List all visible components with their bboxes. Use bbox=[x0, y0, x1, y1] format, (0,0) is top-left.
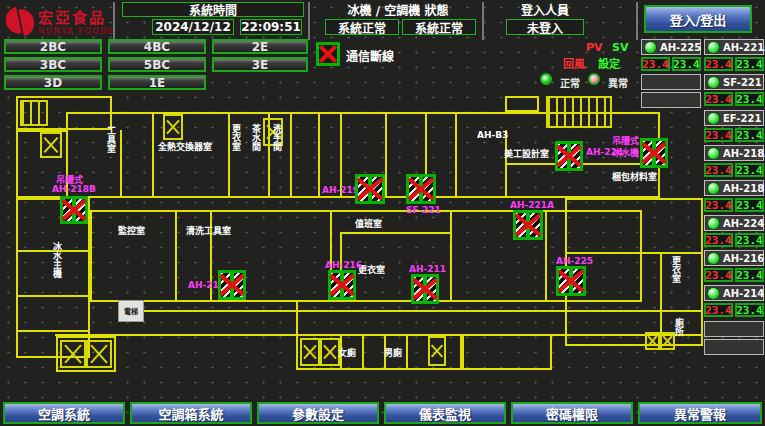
ahu-offline-icon[interactable] bbox=[218, 270, 246, 300]
header-divider bbox=[482, 2, 484, 40]
equip-sv-value: 23.4 bbox=[735, 163, 764, 177]
equip-name: AH-224 bbox=[723, 218, 764, 229]
logo: 宏亞食品 HUNYA FOODS bbox=[6, 5, 116, 37]
floor-button-3d[interactable]: 3D bbox=[4, 75, 102, 90]
nav-button-alarm[interactable]: 異常警報 bbox=[638, 402, 762, 424]
ahu-offline-icon[interactable] bbox=[328, 270, 356, 300]
login-logout-button[interactable]: 登入/登出 bbox=[644, 5, 752, 33]
floor-button-3bc[interactable]: 3BC bbox=[4, 57, 102, 72]
ahu-offline-icon[interactable] bbox=[556, 266, 586, 296]
equip-sv-value: 23.4 bbox=[735, 233, 764, 247]
room-label: 茶水間 bbox=[251, 124, 261, 164]
equip-name: AH-225 bbox=[660, 42, 701, 53]
status-led-icon bbox=[707, 76, 720, 89]
comm-loss-label: 通信斷線 bbox=[346, 47, 394, 64]
logo-subtitle: HUNYA FOODS bbox=[38, 27, 114, 36]
room-label: 更衣室 bbox=[358, 263, 385, 276]
equip-row-ah-216[interactable]: AH-216 bbox=[704, 250, 764, 266]
plan-wall bbox=[505, 96, 539, 112]
plan-wall bbox=[455, 112, 457, 198]
equip-row-ah-218a[interactable]: AH-218A bbox=[704, 145, 764, 161]
room-label: 洗手間 bbox=[272, 124, 282, 164]
chiller-status-value: 系統正常 bbox=[325, 19, 399, 35]
nav-button-ac-system[interactable]: 空調系統 bbox=[3, 402, 125, 424]
status-led-icon bbox=[707, 217, 720, 230]
equip-sv-value: 23.4 bbox=[735, 92, 764, 106]
chiller-ahu-status-label: 冰機 / 空調機 狀態 bbox=[318, 2, 478, 17]
equip-row-ah-224[interactable]: AH-224 bbox=[704, 215, 764, 231]
equip-row-ah-221a[interactable]: AH-221A bbox=[704, 39, 764, 55]
ahu-offline-icon[interactable] bbox=[406, 174, 436, 204]
equip-label: SF-221 bbox=[406, 205, 441, 215]
stairs-icon bbox=[546, 96, 612, 128]
abnormal-led-icon bbox=[588, 73, 600, 85]
plan-wall bbox=[290, 112, 292, 198]
floor-button-4bc[interactable]: 4BC bbox=[108, 39, 206, 54]
normal-led-icon bbox=[540, 73, 552, 85]
nav-button-password-auth[interactable]: 密碼權限 bbox=[511, 402, 633, 424]
equip-pv-value: 23.4 bbox=[704, 163, 733, 177]
ahu-offline-icon[interactable] bbox=[60, 196, 88, 224]
header-divider bbox=[636, 2, 638, 40]
floor-button-1e[interactable]: 1E bbox=[108, 75, 206, 90]
equip-row-ef-221[interactable]: EF-221 bbox=[704, 110, 764, 126]
system-date-value: 2024/12/12 bbox=[152, 19, 234, 35]
room-label: 美工設計室 bbox=[504, 147, 549, 160]
room-label: 更衣室 bbox=[231, 124, 241, 164]
plan-wall bbox=[16, 295, 90, 297]
plan-wall bbox=[385, 112, 387, 198]
login-status-value: 未登入 bbox=[506, 19, 584, 35]
equip-name: SF-221 bbox=[723, 77, 762, 88]
header-divider bbox=[308, 2, 310, 40]
status-led-icon bbox=[707, 182, 720, 195]
pv-label: PV bbox=[586, 41, 603, 54]
equip-row-ah-225[interactable]: AH-225 bbox=[641, 39, 701, 55]
equip-empty-slot bbox=[704, 339, 764, 355]
floor-button-2e[interactable]: 2E bbox=[212, 39, 308, 54]
equip-row-sf-221[interactable]: SF-221 bbox=[704, 74, 764, 90]
equip-empty-slot bbox=[704, 321, 764, 337]
status-led-icon bbox=[644, 41, 657, 54]
ahu-offline-icon[interactable] bbox=[513, 210, 543, 240]
equip-sv-value: 23.4 bbox=[735, 128, 764, 142]
equip-pv-value: 23.4 bbox=[704, 128, 733, 142]
equip-row-ah-214[interactable]: AH-214 bbox=[704, 285, 764, 301]
equip-name: AH-214 bbox=[723, 288, 764, 299]
floor-button-3e[interactable]: 3E bbox=[212, 57, 308, 72]
floor-button-5bc[interactable]: 5BC bbox=[108, 57, 206, 72]
room-label: 清洗工具室 bbox=[186, 224, 231, 237]
room-label: AH-B3 bbox=[477, 130, 508, 140]
hmi-screen: 宏亞食品 HUNYA FOODS 系統時間 2024/12/12 22:09:5… bbox=[0, 0, 765, 426]
system-time-value: 22:09:51 bbox=[240, 19, 302, 35]
nav-button-meter-monitor[interactable]: 儀表監視 bbox=[384, 402, 506, 424]
ahu-offline-icon[interactable] bbox=[640, 138, 668, 168]
equip-label: AH-225 bbox=[556, 256, 593, 266]
equip-sv-value: 23.4 bbox=[672, 57, 701, 71]
nav-button-param-setting[interactable]: 參數設定 bbox=[257, 402, 379, 424]
pv-desc-label: 回風 bbox=[563, 55, 585, 71]
equip-sv-value: 23.4 bbox=[735, 303, 764, 317]
system-time-label: 系統時間 bbox=[122, 2, 304, 17]
plan-wall bbox=[565, 310, 703, 312]
equip-sv-value: 23.4 bbox=[735, 57, 764, 71]
ahu-offline-icon[interactable] bbox=[411, 274, 439, 304]
equip-empty-slot bbox=[641, 74, 701, 90]
equip-pv-value: 23.4 bbox=[704, 303, 733, 317]
room-label: 女廁 bbox=[338, 346, 356, 359]
equip-label: AH-211 bbox=[409, 264, 446, 274]
stairs-x-icon bbox=[300, 338, 320, 366]
room-label: 冰水主機 bbox=[52, 242, 62, 294]
login-person-label: 登入人員 bbox=[500, 2, 590, 17]
floor-button-2bc[interactable]: 2BC bbox=[4, 39, 102, 54]
ahu-offline-icon[interactable] bbox=[555, 141, 583, 171]
room-label: 梱包材料室 bbox=[612, 170, 657, 183]
ahu-offline-icon[interactable] bbox=[355, 174, 385, 204]
equip-name: AH-218B bbox=[723, 183, 765, 194]
room-label: 廁所 bbox=[674, 318, 684, 348]
nav-button-ahu-system[interactable]: 空調箱系統 bbox=[130, 402, 252, 424]
plan-wall bbox=[545, 210, 547, 302]
plan-wall bbox=[362, 334, 364, 370]
plan-wall bbox=[318, 112, 320, 198]
equip-row-ah-218b[interactable]: AH-218B bbox=[704, 180, 764, 196]
room-label: 更衣室 bbox=[671, 256, 681, 300]
